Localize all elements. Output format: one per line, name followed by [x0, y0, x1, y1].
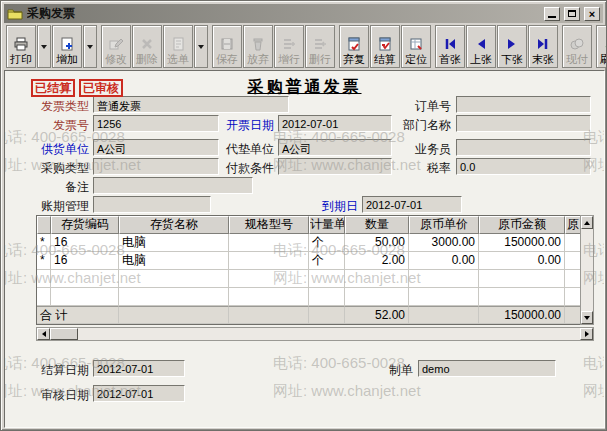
toolbar-dropdown-printer[interactable] [37, 25, 51, 68]
field-invoice_type[interactable]: 普通发票 [93, 96, 289, 113]
cell [229, 234, 309, 252]
field-advance_unit[interactable]: A公司 [278, 139, 392, 156]
toolbar-button-nav-first[interactable]: 首张 [435, 25, 465, 68]
cell [37, 288, 51, 306]
cell: 个 [309, 252, 345, 270]
table-row[interactable] [37, 288, 581, 306]
cell: 150000.00 [479, 234, 565, 252]
cell [51, 288, 119, 306]
scroll-left-button[interactable] [37, 328, 50, 340]
watermark-site: 网址: www.chanjet.net [583, 382, 605, 401]
field-label-due_date: 到期日 [288, 198, 358, 215]
toolbar-button-refresh[interactable]: 刷新 [596, 25, 607, 68]
toolbar-button-doc-settle[interactable]: 结算 [370, 25, 400, 68]
toolbar-button-label: 选单 [167, 53, 189, 66]
toolbar-button-pencil: 修改 [101, 25, 131, 68]
toolbar-button-nav-prev[interactable]: 上张 [466, 25, 496, 68]
toolbar-button-label: 删行 [309, 53, 331, 66]
field-label-tax_rate: 税率 [381, 160, 451, 177]
col-header-4[interactable]: 计量单位 [309, 216, 345, 234]
scroll-down-button[interactable] [581, 311, 593, 324]
cell [229, 252, 309, 270]
item-table: 存货编码存货名称规格型号计量单位数量原币单价原币金额原*16电脑个50.0030… [36, 215, 582, 325]
field-order_no[interactable] [456, 96, 591, 113]
col-header-3[interactable]: 规格型号 [229, 216, 309, 234]
col-header-5[interactable]: 数量 [345, 216, 409, 234]
cell: * [37, 252, 51, 270]
table-row[interactable]: *16电脑个2.000.000.00 [37, 252, 581, 270]
field-remarks[interactable] [93, 177, 253, 194]
close-button[interactable]: × [584, 7, 600, 21]
scrollbar-thumb[interactable] [50, 328, 78, 340]
toolbar-button-doc-restore[interactable]: 弃复 [339, 25, 369, 68]
toolbar-button-label: 末张 [532, 53, 554, 66]
col-header-7[interactable]: 原币金额 [479, 216, 565, 234]
field-payment_terms[interactable] [278, 158, 392, 175]
toolbar-button-printer[interactable]: 打印 [6, 25, 36, 68]
floppy-icon [219, 35, 235, 53]
cell [345, 270, 409, 288]
field-supplier[interactable]: A公司 [93, 139, 219, 156]
table-row[interactable]: *16电脑个50.003000.00150000.00 [37, 234, 581, 252]
title-bar[interactable]: 采购发票 × [4, 4, 603, 23]
horizontal-scrollbar[interactable] [36, 327, 594, 341]
printer-icon [13, 35, 29, 53]
watermark-phone: 电话: 400-665-0028 [583, 354, 605, 373]
chevron-down-icon [198, 45, 204, 49]
settle-date-field[interactable]: 2012-07-01 [93, 360, 185, 377]
toolbar-dropdown-doc-add[interactable] [83, 25, 97, 68]
maker-field[interactable]: demo [418, 360, 556, 377]
col-header-2[interactable]: 存货名称 [119, 216, 229, 234]
col-header-8[interactable]: 原 [565, 216, 581, 234]
cell [565, 234, 581, 252]
audit-date-field[interactable]: 2012-07-01 [93, 385, 185, 402]
field-label-salesperson: 业务员 [381, 141, 451, 158]
field-label-dept_name: 部门名称 [381, 117, 451, 134]
field-invoice_no[interactable]: 1256 [93, 115, 219, 132]
cell: 16 [51, 252, 119, 270]
table-row[interactable] [37, 270, 581, 288]
cell [229, 270, 309, 288]
nav-prev-icon [473, 35, 489, 53]
field-label-invoice_no: 发票号 [9, 117, 89, 134]
toolbar-button-doc-add[interactable]: 增加 [52, 25, 82, 68]
cell [479, 270, 565, 288]
col-header-0[interactable] [37, 216, 51, 234]
toolbar-button-label: 保存 [216, 53, 238, 66]
col-header-1[interactable]: 存货编码 [51, 216, 119, 234]
field-salesperson[interactable] [456, 139, 591, 156]
toolbar-button-cash: 现付 [562, 25, 592, 68]
cell: 0.00 [409, 252, 479, 270]
refresh-icon [603, 35, 607, 53]
field-tax_rate[interactable]: 0.0 [456, 158, 591, 175]
doc-settle-icon [377, 35, 393, 53]
scroll-up-button[interactable] [581, 216, 593, 229]
cell [229, 306, 309, 324]
minimize-button[interactable] [544, 7, 560, 21]
toolbar-button-row-del: 删行 [305, 25, 335, 68]
toolbar-button-locate[interactable]: 定位 [401, 25, 431, 68]
field-dept_name[interactable] [456, 115, 591, 132]
folder-icon [7, 7, 23, 20]
toolbar: 打印增加修改删除选单保存放弃增行删行弃复结算定位首张上张下张末张现付刷新 [4, 24, 605, 69]
vertical-scrollbar[interactable] [580, 215, 594, 325]
field-purchase_type[interactable] [93, 158, 219, 175]
watermark-site: 网址: www.chanjet.net [273, 382, 421, 401]
toolbar-button-nav-next[interactable]: 下张 [497, 25, 527, 68]
field-invoice_date[interactable]: 2012-07-01 [278, 115, 392, 132]
total-row: 合 计52.00150000.00 [37, 306, 581, 324]
scroll-right-button[interactable] [580, 328, 593, 340]
settled-stamp: 已结算 [31, 79, 75, 97]
cell: 2.00 [345, 252, 409, 270]
col-header-6[interactable]: 原币单价 [409, 216, 479, 234]
locate-icon [408, 35, 424, 53]
toolbar-button-nav-last[interactable]: 末张 [528, 25, 558, 68]
maximize-button[interactable] [564, 7, 580, 21]
field-credit_period[interactable] [93, 196, 211, 213]
toolbar-button-label: 现付 [566, 53, 588, 66]
field-due_date[interactable]: 2012-07-01 [362, 196, 462, 213]
cell [409, 288, 479, 306]
window-title: 采购发票 [27, 5, 540, 22]
cell: 50.00 [345, 234, 409, 252]
doc-add-icon [59, 35, 75, 53]
